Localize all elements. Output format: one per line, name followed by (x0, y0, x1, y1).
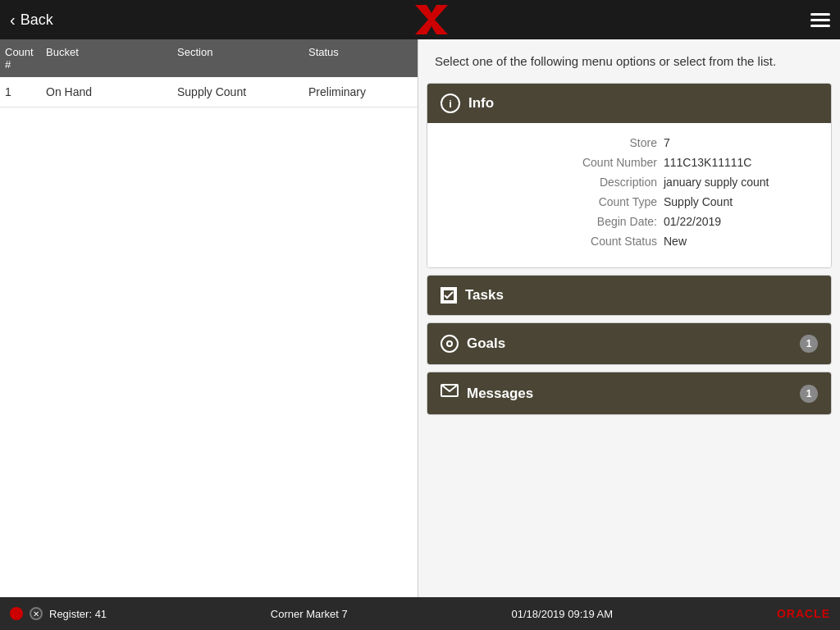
info-body: Store 7 Count Number 111C13K11111C Descr… (427, 123, 831, 267)
x-logo-icon (415, 5, 448, 34)
info-row-count-type: Count Type Supply Count (447, 195, 811, 208)
messages-section-left: Messages (441, 384, 533, 403)
hamburger-line-2 (810, 19, 830, 21)
close-icon[interactable]: ✕ (30, 607, 43, 620)
tasks-title: Tasks (465, 287, 504, 304)
store-label: Store (630, 136, 657, 149)
count-number-label: Count Number (582, 156, 657, 169)
main-content: Count # Bucket Section Status 1 On Hand … (0, 39, 840, 597)
begin-date-label: Begin Date: (597, 215, 657, 228)
count-type-value: Supply Count (664, 195, 811, 208)
tasks-section-header: Tasks (427, 276, 831, 315)
messages-section-header: Messages 1 (427, 372, 831, 414)
back-label: Back (21, 11, 53, 29)
count-type-label: Count Type (599, 195, 657, 208)
column-header-count: Count # (0, 39, 41, 77)
info-row-count-status: Count Status New (447, 235, 811, 248)
datetime-info: 01/18/2019 09:19 AM (512, 608, 614, 620)
svg-marker-0 (415, 5, 448, 34)
register-info: Register: 41 (49, 608, 107, 620)
instruction-text: Select one of the following menu options… (418, 39, 840, 83)
right-panel: Select one of the following menu options… (418, 39, 840, 597)
app-footer: ✕ Register: 41 Corner Market 7 01/18/201… (0, 597, 840, 630)
goals-section-left: Goals (441, 335, 505, 353)
goals-badge: 1 (800, 335, 818, 353)
messages-badge: 1 (800, 385, 818, 403)
info-row-description: Description january supply count (447, 176, 811, 189)
begin-date-value: 01/22/2019 (664, 215, 811, 228)
tasks-section-left: Tasks (441, 287, 504, 304)
back-arrow-icon: ‹ (10, 11, 16, 30)
cell-status: Preliminary (304, 77, 418, 107)
info-title: Info (468, 95, 494, 112)
info-section-header: i Info (427, 84, 831, 123)
column-header-status: Status (304, 39, 418, 77)
goals-section-header: Goals 1 (427, 323, 831, 364)
messages-section[interactable]: Messages 1 (427, 372, 832, 415)
tasks-section[interactable]: Tasks (427, 275, 832, 316)
table-header: Count # Bucket Section Status (0, 39, 418, 77)
count-status-value: New (664, 235, 811, 248)
count-status-label: Count Status (591, 235, 657, 248)
description-label: Description (600, 176, 657, 189)
info-icon: i (441, 94, 460, 113)
status-red-icon (10, 607, 23, 620)
messages-icon (441, 384, 459, 403)
hamburger-line-1 (810, 13, 830, 16)
table-row[interactable]: 1 On Hand Supply Count Preliminary (0, 77, 418, 107)
info-row-begin-date: Begin Date: 01/22/2019 (447, 215, 811, 228)
count-number-value: 111C13K11111C (664, 156, 811, 169)
back-button[interactable]: ‹ Back (10, 11, 53, 30)
menu-button[interactable] (810, 13, 830, 27)
tasks-icon (441, 287, 457, 304)
cell-bucket: On Hand (41, 77, 172, 107)
app-logo (415, 5, 448, 34)
goals-icon (441, 335, 459, 353)
store-value: 7 (664, 136, 811, 149)
messages-title: Messages (467, 386, 533, 402)
app-header: ‹ Back (0, 0, 840, 39)
cell-count: 1 (0, 77, 41, 107)
column-header-bucket: Bucket (41, 39, 172, 77)
info-row-store: Store 7 (447, 136, 811, 149)
left-panel: Count # Bucket Section Status 1 On Hand … (0, 39, 418, 597)
info-section: i Info Store 7 Count Number 111C13K11111… (427, 83, 832, 268)
column-header-section: Section (172, 39, 304, 77)
footer-left: ✕ Register: 41 (10, 607, 107, 620)
cell-section: Supply Count (172, 77, 304, 107)
hamburger-line-3 (810, 25, 830, 27)
goals-title: Goals (467, 336, 505, 352)
info-row-count-number: Count Number 111C13K11111C (447, 156, 811, 169)
store-info: Corner Market 7 (271, 608, 348, 620)
description-value: january supply count (664, 176, 811, 189)
goals-section[interactable]: Goals 1 (427, 322, 832, 365)
oracle-logo: ORACLE (777, 607, 830, 620)
